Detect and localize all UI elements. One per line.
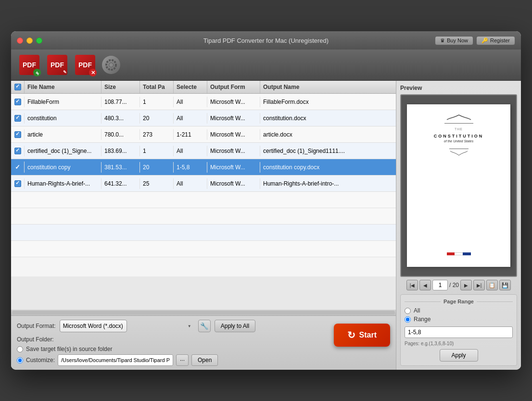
row-outputname-6: Human-Rights-A-brief-intro-... [260, 178, 396, 189]
row-outputname-5: constitution copy.docx [260, 162, 396, 173]
page-total: / 20 [449, 282, 459, 288]
flag-stripe [447, 252, 471, 255]
row-outputname-1: FillableForm.docx [260, 97, 396, 107]
remove-pdf-button[interactable]: PDF ✕ [73, 52, 98, 77]
row-checkbox-cell[interactable] [11, 113, 25, 124]
table-row[interactable]: Human-Rights-A-brief-... 641.32... 25 Al… [11, 175, 396, 192]
select-all-checkbox[interactable] [14, 84, 21, 90]
doc-subtitle: of the United States [444, 139, 473, 143]
col-size: Size [101, 81, 140, 93]
crown-icon: ♛ [440, 38, 445, 44]
row-checkbox-cell[interactable]: ✓ [11, 162, 25, 173]
row-selected-3: 1-211 [174, 129, 207, 140]
main-window: Tipard PDF Converter for Mac (Unregister… [11, 31, 521, 370]
wrench-icon: 🔧 [200, 322, 208, 330]
register-button[interactable]: 🔑 Register [476, 36, 515, 45]
row-filename-6: Human-Rights-A-brief-... [25, 178, 101, 189]
table-row[interactable]: certified_doc (1)_Signe... 183.69... 1 A… [11, 143, 396, 159]
copy-text-button[interactable]: 📋 [486, 280, 498, 290]
preview-image: THE CONSTITUTION of the United States [400, 94, 517, 277]
flag-red [447, 252, 455, 255]
customize-radio[interactable] [17, 357, 23, 363]
row-outputname-3: article.docx [260, 129, 396, 140]
range-radio[interactable] [405, 316, 411, 323]
doc-title: CONSTITUTION [434, 134, 484, 138]
bottom-right: ↻ Start [334, 320, 390, 347]
row-checkbox-cell[interactable] [11, 129, 25, 140]
close-button[interactable] [17, 38, 23, 44]
row-totalpages-1: 1 [140, 97, 174, 107]
row-checkbox-3[interactable] [14, 131, 21, 138]
empty-row [11, 241, 396, 257]
row-filename-5: constitution copy [25, 162, 101, 173]
page-range-title: Page Range [441, 299, 477, 304]
last-page-button[interactable]: ▶| [473, 280, 485, 290]
row-checkbox-1[interactable] [14, 99, 21, 105]
col-totalpages: Total Pa [140, 81, 174, 93]
header-checkbox-cell[interactable] [11, 81, 25, 93]
range-input[interactable] [405, 326, 513, 338]
row-totalpages-2: 20 [140, 113, 174, 124]
preview-panel: Preview THE CONSTITUTION of the United S… [396, 81, 521, 370]
table-row[interactable]: FillableForm 108.77... 1 All Microsoft W… [11, 94, 396, 110]
row-checkbox-cell[interactable] [11, 146, 25, 156]
preview-document: THE CONSTITUTION of the United States [407, 104, 510, 267]
minimize-button[interactable] [26, 38, 33, 44]
table-row-selected[interactable]: ✓ constitution copy 381.53... 20 1-5,8 M… [11, 159, 396, 175]
preview-label: Preview [400, 85, 517, 91]
table-row[interactable]: constitution 480.3... 20 All Microsoft W… [11, 110, 396, 126]
path-input[interactable] [58, 354, 173, 366]
first-page-button[interactable]: |◀ [406, 280, 418, 290]
row-format-5: Microsoft W... [207, 162, 260, 173]
col-selected: Selecte [174, 81, 207, 93]
save-source-radio[interactable] [17, 346, 23, 352]
col-filename: File Name [25, 81, 101, 93]
row-filename-3: article [25, 129, 101, 140]
row-format-6: Microsoft W... [207, 178, 260, 189]
table-body: FillableForm 108.77... 1 All Microsoft W… [11, 94, 396, 276]
file-table-container: File Name Size Total Pa Selecte Output F… [11, 81, 396, 310]
bottom-left: Output Format: Microsoft Word (*.docx) 🔧 [17, 320, 326, 366]
range-label: Range [414, 316, 431, 323]
row-checkbox-cell[interactable] [11, 97, 25, 107]
range-hint: Pages: e.g.(1,3,6,8-10) [405, 341, 513, 346]
save-preview-button[interactable]: 💾 [499, 280, 511, 290]
row-checkbox-cell[interactable] [11, 178, 25, 189]
apply-button[interactable]: Apply [440, 349, 478, 362]
add-pdf-button[interactable]: PDF ≡ + ▼ [17, 52, 42, 77]
row-size-3: 780.0... [101, 129, 140, 140]
titlebar: Tipard PDF Converter for Mac (Unregister… [11, 31, 521, 50]
edit-pdf-button[interactable]: PDF ✎ [45, 52, 70, 77]
row-selected-4: All [174, 146, 207, 156]
row-selected-1: All [174, 97, 207, 107]
row-checkbox-6[interactable] [14, 180, 21, 187]
settings-button[interactable] [101, 54, 122, 75]
open-folder-button[interactable]: Open [191, 354, 218, 366]
start-button[interactable]: ↻ Start [334, 324, 390, 347]
table-row[interactable]: article 780.0... 273 1-211 Microsoft W..… [11, 126, 396, 143]
buy-now-button[interactable]: ♛ Buy Now [435, 36, 473, 45]
format-select[interactable]: Microsoft Word (*.docx) [60, 320, 127, 332]
row-format-2: Microsoft W... [207, 113, 260, 124]
save-icon: 💾 [502, 282, 508, 288]
output-folder-row: Output Folder: [17, 336, 326, 343]
row-checkbox-4[interactable] [14, 148, 21, 154]
row-checkbox-2[interactable] [14, 115, 21, 122]
browse-button[interactable]: ··· [176, 354, 189, 366]
traffic-lights [17, 38, 42, 44]
format-settings-button[interactable]: 🔧 [198, 320, 211, 332]
horizontal-scrollbar[interactable] [11, 310, 396, 315]
format-select-wrapper: Microsoft Word (*.docx) [60, 320, 194, 332]
maximize-button[interactable] [36, 38, 42, 44]
prev-page-button[interactable]: ◀ [419, 280, 431, 290]
row-filename-4: certified_doc (1)_Signe... [25, 146, 101, 156]
bottom-controls-inner: Output Format: Microsoft Word (*.docx) 🔧 [17, 320, 390, 366]
empty-row [11, 225, 396, 241]
page-range-header: Page Range [405, 299, 513, 304]
page-number-input[interactable] [432, 280, 448, 290]
row-size-4: 183.69... [101, 146, 140, 156]
all-radio[interactable] [405, 308, 411, 314]
next-page-button[interactable]: ▶ [460, 280, 472, 290]
apply-to-all-button[interactable]: Apply to All [215, 320, 255, 332]
row-size-5: 381.53... [101, 162, 140, 173]
